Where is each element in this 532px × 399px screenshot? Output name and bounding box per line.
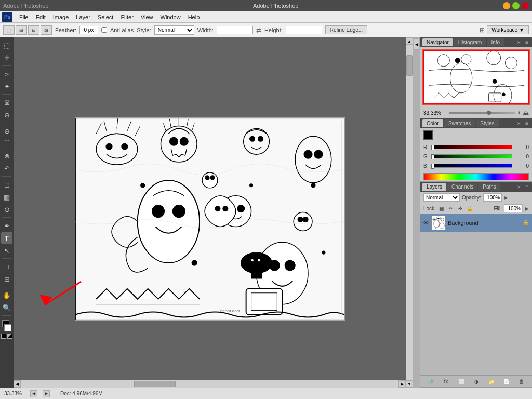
tab-histogram[interactable]: Histogram xyxy=(454,38,486,46)
hscroll-thumb[interactable] xyxy=(134,381,176,387)
feather-input[interactable] xyxy=(79,26,98,34)
width-input[interactable] xyxy=(217,26,253,34)
move-tool-btn[interactable]: ✛ xyxy=(1,52,12,63)
hand-tool-btn[interactable]: ✋ xyxy=(1,289,12,301)
new-layer-btn[interactable]: 📄 xyxy=(502,377,511,385)
shape-tool-btn[interactable]: □ xyxy=(1,261,12,272)
brush-tool-btn[interactable]: ⌒ xyxy=(1,138,12,149)
menu-select[interactable]: Select xyxy=(94,13,117,21)
layers-panel-close[interactable]: ✕ xyxy=(515,184,523,190)
heal-tool-btn[interactable]: ⊕ xyxy=(1,125,12,137)
layers-panel-menu[interactable]: ≡ xyxy=(524,184,530,190)
3d-tool-btn[interactable]: ⊞ xyxy=(1,273,12,285)
lasso-tool-btn[interactable]: ⌾ xyxy=(1,68,12,79)
dodge-tool-btn[interactable]: ⊙ xyxy=(1,204,12,215)
menu-file[interactable]: File xyxy=(16,13,32,21)
crop-tool-btn[interactable]: ⊠ xyxy=(1,97,12,108)
quick-mask-btn[interactable] xyxy=(1,334,6,339)
vertical-scrollbar[interactable]: ▲ ▼ xyxy=(406,37,413,388)
history-brush-btn[interactable]: ↶ xyxy=(1,163,12,174)
style-select[interactable]: Normal Fixed Ratio Fixed Size xyxy=(154,25,194,35)
canvas-frame[interactable]: pencil dots xyxy=(75,118,345,321)
blue-thumb[interactable] xyxy=(431,164,434,169)
layer-adjustment-btn[interactable]: ◑ xyxy=(472,377,481,385)
navigator-zoom-in[interactable]: + xyxy=(517,110,521,116)
screen-mode-btn[interactable] xyxy=(7,334,12,339)
navigator-zoom-thumb[interactable] xyxy=(487,111,491,115)
swap-icon[interactable]: ⇄ xyxy=(256,26,261,34)
blend-mode-select[interactable]: Normal Multiply Screen xyxy=(423,193,460,202)
navigator-panel-menu[interactable]: ≡ xyxy=(524,39,530,45)
workspace-button[interactable]: Workspace ▼ xyxy=(487,25,529,34)
layer-fx-btn[interactable]: fx xyxy=(442,377,451,385)
foreground-color-box[interactable] xyxy=(423,130,433,140)
red-thumb[interactable] xyxy=(431,145,434,150)
delete-layer-btn[interactable]: 🗑 xyxy=(517,377,526,385)
color-swatch[interactable] xyxy=(1,320,12,331)
green-thumb[interactable] xyxy=(431,154,434,159)
color-spectrum-bar[interactable] xyxy=(423,173,529,180)
tab-info[interactable]: Info xyxy=(487,38,504,46)
tab-layers[interactable]: Layers xyxy=(422,183,446,191)
magic-wand-btn[interactable]: ✦ xyxy=(1,81,12,92)
lock-image-icon[interactable]: ✏ xyxy=(447,205,455,212)
subtract-selection-btn[interactable]: ⊟ xyxy=(28,25,39,35)
menu-edit[interactable]: Edit xyxy=(32,13,49,21)
text-tool-btn[interactable]: T xyxy=(1,232,12,244)
layer-link-btn[interactable]: 🔗 xyxy=(427,377,436,385)
blue-slider[interactable] xyxy=(431,164,512,168)
canvas-area[interactable]: pencil dots xyxy=(14,37,406,380)
menu-view[interactable]: View xyxy=(137,13,157,21)
add-selection-btn[interactable]: ⊞ xyxy=(16,25,27,35)
navigator-zoom-slider[interactable] xyxy=(449,112,515,114)
background-color[interactable] xyxy=(4,324,11,331)
vscroll-thumb[interactable] xyxy=(406,55,413,76)
zoom-tool-btn[interactable]: 🔍 xyxy=(1,302,12,313)
tab-navigator[interactable]: Navigator xyxy=(422,38,453,46)
eyedropper-btn[interactable]: ⊕ xyxy=(1,109,12,121)
tab-styles[interactable]: Styles xyxy=(476,119,498,127)
navigator-panel-close[interactable]: ✕ xyxy=(515,40,523,45)
gradient-tool-btn[interactable]: ▦ xyxy=(1,191,12,203)
layer-group-btn[interactable]: 📁 xyxy=(487,377,496,385)
path-select-btn[interactable]: ↖ xyxy=(1,245,12,256)
menu-image[interactable]: Image xyxy=(49,13,73,21)
fill-input[interactable] xyxy=(504,204,523,212)
tab-paths[interactable]: Paths xyxy=(478,183,500,191)
opacity-input[interactable] xyxy=(483,193,502,202)
pen-tool-btn[interactable]: ✒ xyxy=(1,220,12,231)
status-nav-left[interactable]: ◀ xyxy=(30,390,37,397)
menu-layer[interactable]: Layer xyxy=(72,13,94,21)
height-input[interactable] xyxy=(286,26,322,34)
color-panel-close[interactable]: ✕ xyxy=(515,121,523,126)
color-panel-menu[interactable]: ≡ xyxy=(524,121,530,126)
navigator-zoom-out[interactable]: − xyxy=(444,110,447,116)
maximize-button[interactable] xyxy=(512,2,520,9)
eraser-tool-btn[interactable]: ◻ xyxy=(1,179,12,190)
lock-position-icon[interactable]: ✛ xyxy=(457,205,464,212)
antialias-checkbox[interactable] xyxy=(101,27,107,33)
layer-mask-btn[interactable]: ⬜ xyxy=(457,377,466,385)
menu-filter[interactable]: Filter xyxy=(117,13,137,21)
status-nav-right[interactable]: ▶ xyxy=(43,390,50,397)
vscroll-down-btn[interactable]: ▼ xyxy=(406,380,413,388)
green-slider[interactable] xyxy=(431,154,512,158)
layer-visibility-icon[interactable]: 👁 xyxy=(423,220,429,226)
red-slider[interactable] xyxy=(431,145,512,149)
fill-arrow-icon[interactable]: ▶ xyxy=(525,206,529,211)
collapse-btn-1[interactable]: ◀ xyxy=(414,38,420,50)
refine-edge-button[interactable]: Refine Edge... xyxy=(325,25,367,34)
vscroll-up-btn[interactable]: ▲ xyxy=(406,37,413,45)
tab-swatches[interactable]: Swatches xyxy=(444,119,475,127)
hscroll-track[interactable] xyxy=(21,380,398,388)
lock-all-icon[interactable]: 🔒 xyxy=(466,205,473,212)
tab-color[interactable]: Color xyxy=(422,119,443,127)
horizontal-scrollbar[interactable]: ◀ ▶ xyxy=(14,380,406,388)
minimize-button[interactable] xyxy=(503,2,510,9)
lock-transparency-icon[interactable]: ▦ xyxy=(438,205,445,212)
layer-row-background[interactable]: 👁 xyxy=(420,214,532,232)
marquee-tool-btn[interactable]: ⬚ xyxy=(1,39,12,51)
new-selection-btn[interactable]: ⬚ xyxy=(3,25,15,35)
menu-help[interactable]: Help xyxy=(184,13,204,21)
vscroll-track[interactable] xyxy=(406,45,413,380)
